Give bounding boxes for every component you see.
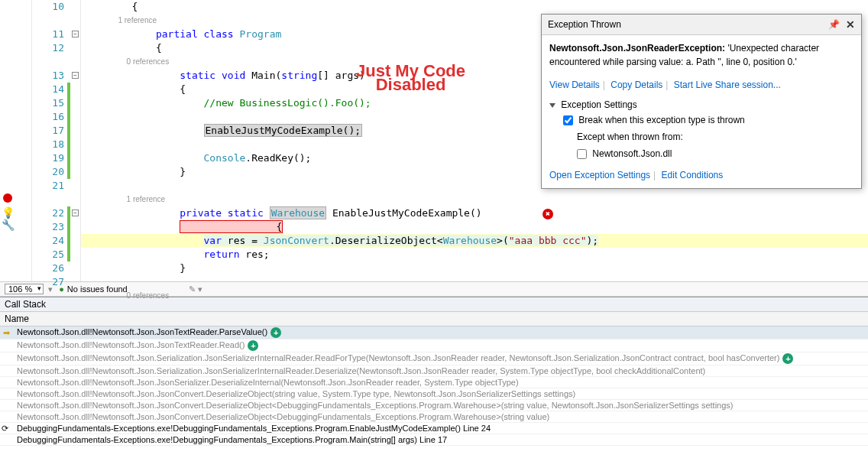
fold-toggle[interactable]: − [72, 72, 79, 79]
exception-popup: Exception Thrown 📌 ✕ Newtonsoft.Json.Jso… [541, 14, 862, 189]
error-icon[interactable]: ✖ [542, 209, 553, 219]
zoom-dropdown[interactable]: 106 % [5, 284, 44, 294]
copy-details-link[interactable]: Copy Details [611, 80, 662, 90]
exception-settings-header: Exception Settings [561, 99, 636, 110]
break-when-label: Break when this exception type is thrown [578, 115, 744, 125]
collapse-icon[interactable] [549, 103, 555, 108]
code-text-area[interactable]: { 1 reference partial class Program { 0 … [81, 0, 868, 281]
plus-badge-icon[interactable]: + [248, 340, 258, 351]
code-line[interactable] [81, 275, 868, 289]
code-line[interactable]: return res; [81, 248, 868, 261]
current-frame-icon: ➡ [3, 328, 10, 338]
fold-toggle[interactable]: − [72, 31, 79, 37]
external-code-icon: ⟳ [2, 424, 8, 434]
code-line[interactable]: private static Warehouse EnableJustMyCod… [81, 206, 868, 220]
code-line[interactable]: { [81, 0, 868, 14]
annotation-text: Just My Code Disabled [356, 64, 465, 92]
pin-icon[interactable]: 📌 [828, 18, 840, 31]
code-line[interactable]: { [81, 220, 868, 234]
outlining-margin[interactable]: − − − [70, 0, 81, 281]
line-number-gutter: 101112131415161718192021222324252627 [32, 0, 70, 281]
view-details-link[interactable]: View Details [549, 80, 600, 90]
exception-message: Newtonsoft.Json.JsonReaderException: 'Un… [542, 35, 861, 75]
plus-badge-icon[interactable]: + [782, 353, 793, 364]
stack-frame[interactable]: Newtonsoft.Json.dll!Newtonsoft.Json.Json… [0, 339, 868, 352]
codelens[interactable]: 0 references [81, 289, 868, 303]
codelens[interactable]: 1 reference [81, 193, 868, 206]
edit-conditions-link[interactable]: Edit Conditions [662, 170, 724, 180]
stack-frame[interactable]: Newtonsoft.Json.dll!Newtonsoft.Json.Seri… [0, 352, 868, 365]
fold-toggle[interactable]: − [72, 210, 79, 216]
popup-titlebar: Exception Thrown 📌 ✕ [542, 15, 861, 35]
open-exception-settings-link[interactable]: Open Exception Settings [549, 170, 650, 180]
lightbulb-icon[interactable]: 💡🔧 [2, 206, 15, 231]
break-when-thrown-checkbox[interactable] [563, 115, 573, 125]
except-dll-checkbox[interactable] [577, 149, 587, 159]
stack-frame[interactable]: ⟳DebuggingFundamentals-Exceptions.exe!De… [0, 423, 868, 434]
popup-title: Exception Thrown [548, 18, 828, 31]
stack-frame[interactable]: Newtonsoft.Json.dll!Newtonsoft.Json.Seri… [0, 365, 868, 377]
gutter: 💡🔧 [0, 0, 32, 281]
close-icon[interactable]: ✕ [846, 18, 855, 31]
stack-frame[interactable]: Newtonsoft.Json.dll!Newtonsoft.Json.Json… [0, 411, 868, 423]
except-dll-label: Newtonsoft.Json.dll [592, 148, 672, 159]
code-line[interactable]: } [81, 261, 868, 275]
stack-frame[interactable]: Newtonsoft.Json.dll!Newtonsoft.Json.Json… [0, 388, 868, 400]
stack-frame[interactable]: Newtonsoft.Json.dll!Newtonsoft.Json.Json… [0, 377, 868, 388]
stack-frame[interactable]: DebuggingFundamentals-Exceptions.exe!Deb… [0, 434, 868, 446]
stack-frame[interactable]: Newtonsoft.Json.dll!Newtonsoft.Json.Json… [0, 400, 868, 411]
plus-badge-icon[interactable]: + [270, 327, 281, 338]
code-editor[interactable]: 💡🔧 101112131415161718192021222324252627 … [0, 0, 868, 281]
code-line-current[interactable]: var res = JsonConvert.DeserializeObject<… [81, 234, 868, 248]
stack-frame-current[interactable]: ➡ Newtonsoft.Json.dll!Newtonsoft.Json.Js… [0, 326, 868, 339]
call-stack-panel: Call Stack Name ➡ Newtonsoft.Json.dll!Ne… [0, 297, 868, 446]
live-share-link[interactable]: Start Live Share session... [674, 80, 781, 90]
breakpoint-icon[interactable] [3, 193, 12, 203]
except-from-label: Except when thrown from: [549, 128, 853, 145]
call-stack-header[interactable]: Name [0, 312, 868, 326]
